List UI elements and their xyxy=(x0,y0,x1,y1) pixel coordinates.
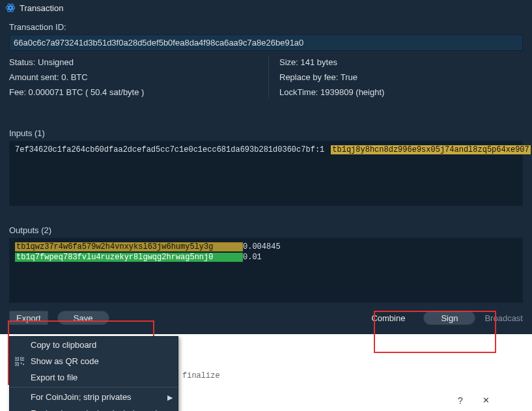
action-bar: Export Save Combine Sign Broadcast xyxy=(9,311,523,326)
meta-row: Status: Unsigned Amount sent: 0. BTC Fee… xyxy=(9,56,523,98)
menu-separator xyxy=(10,387,178,388)
output-amount-1: 0.01 xyxy=(243,253,321,262)
outputs-panel: tb1qwz37r4w6fa579w2h4vnxyksl63jw6humy5ly… xyxy=(9,238,523,303)
outputs-header: Outputs (2) xyxy=(9,225,523,235)
transaction-window: Transaction Transaction ID: 66a0c6c7a973… xyxy=(0,0,532,334)
finalize-text: finalize xyxy=(182,371,220,384)
content: Transaction ID: 66a0c6c7a973241d3b51d3f0… xyxy=(0,17,532,334)
window-title: Transaction xyxy=(20,3,63,13)
txid-value: 66a0c6c7a973241d3b51d3f0a28d5def5b0fea8d… xyxy=(14,38,303,48)
meta-left: Status: Unsigned Amount sent: 0. BTC Fee… xyxy=(9,56,253,98)
menu-show-qr[interactable]: Show as QR code xyxy=(10,353,178,369)
output-address-0[interactable]: tb1qwz37r4w6fa579w2h4vnxyksl63jw6humy5ly… xyxy=(15,242,243,251)
export-button[interactable]: Export xyxy=(9,311,48,325)
menu-copy-label: Copy to clipboard xyxy=(31,340,96,350)
help-icon[interactable]: ? xyxy=(458,395,468,406)
input-address[interactable]: tb1qj8y8hcn8dz996e9sx05j74andl8zq5p64xe9… xyxy=(331,145,530,154)
txid-field[interactable]: 66a0c6c7a973241d3b51d3f0a28d5def5b0fea8d… xyxy=(9,35,523,51)
output-amount-0: 0.004845 xyxy=(243,242,321,251)
meta-right: Size: 141 bytes Replace by fee: True Loc… xyxy=(268,56,523,98)
electrum-icon xyxy=(5,3,16,13)
menu-file-label: Export to file xyxy=(31,373,77,382)
menu-export-file[interactable]: Export to file xyxy=(10,369,178,386)
save-button[interactable]: Save xyxy=(57,311,109,325)
bottom-bar: ? ✕ xyxy=(458,395,493,406)
inputs-header: Inputs (1) xyxy=(9,128,523,138)
svg-rect-7 xyxy=(16,358,18,359)
menu-hw-label: For hardware device; include xpubs xyxy=(31,408,164,411)
locktime-text: LockTime: 1939809 (height) xyxy=(279,87,523,97)
output-address-1[interactable]: tb1q7fwpeq783fvlu4ruzekyr8lgwqg2hrwag5nn… xyxy=(15,253,243,262)
svg-rect-8 xyxy=(22,358,23,359)
broadcast-button: Broadcast xyxy=(484,313,523,323)
qr-icon xyxy=(15,357,24,366)
menu-copy-clipboard[interactable]: Copy to clipboard xyxy=(10,337,178,353)
rbf-text: Replace by fee: True xyxy=(279,72,523,82)
fee-text: Fee: 0.000071 BTC ( 50.4 sat/byte ) xyxy=(9,87,253,97)
inputs-panel: 7ef34620c1fa264cb60dfaa2dcefad5cc7c1e0c1… xyxy=(9,141,523,206)
input-row: 7ef34620c1fa264cb60dfaa2dcefad5cc7c1e0c1… xyxy=(15,145,517,154)
export-menu: Copy to clipboard Show as QR code Export… xyxy=(9,336,178,411)
chevron-right-icon: ▶ xyxy=(167,393,173,401)
amount-text: Amount sent: 0. BTC xyxy=(9,72,253,82)
titlebar: Transaction xyxy=(0,0,532,17)
svg-rect-10 xyxy=(21,362,22,363)
menu-hardware[interactable]: For hardware device; include xpubs xyxy=(10,405,178,411)
close-icon[interactable]: ✕ xyxy=(483,395,493,406)
combine-button[interactable]: Combine xyxy=(362,311,414,325)
menu-coinjoin[interactable]: For CoinJoin; strip privates ▶ xyxy=(10,389,178,405)
txid-label: Transaction ID: xyxy=(9,22,523,32)
menu-coinjoin-label: For CoinJoin; strip privates xyxy=(31,392,132,402)
size-text: Size: 141 bytes xyxy=(279,57,523,67)
svg-point-0 xyxy=(9,7,12,9)
sign-button[interactable]: Sign xyxy=(423,311,475,325)
svg-rect-11 xyxy=(23,363,24,365)
menu-qr-label: Show as QR code xyxy=(31,356,99,366)
status-text: Status: Unsigned xyxy=(9,57,253,67)
input-outpoint: 7ef34620c1fa264cb60dfaa2dcefad5cc7c1e0c1… xyxy=(15,145,324,154)
svg-rect-9 xyxy=(16,363,18,365)
